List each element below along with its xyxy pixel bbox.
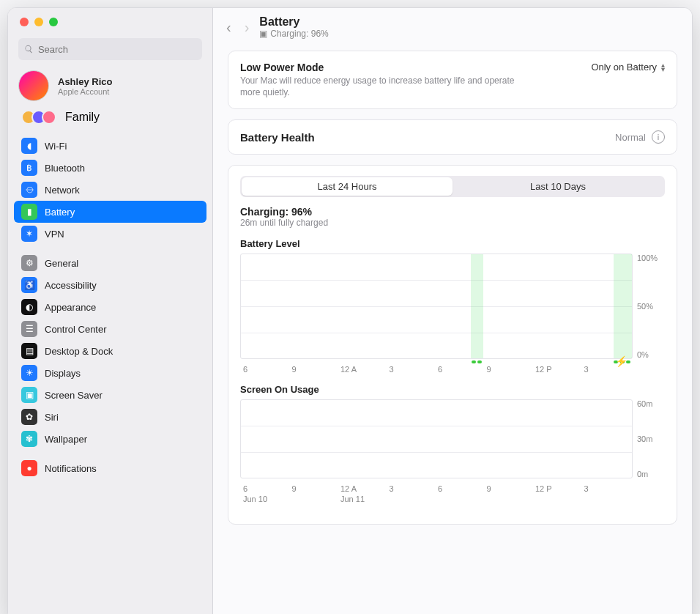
search-icon <box>24 44 34 54</box>
bh-label: Battery Health <box>240 131 315 144</box>
globe-icon: ⦵ <box>21 182 37 198</box>
sidebar-item-wi-fi[interactable]: ◖Wi-Fi <box>14 135 206 157</box>
sidebar-item-siri[interactable]: ✿Siri <box>14 406 206 428</box>
tab-last-10-days[interactable]: Last 10 Days <box>453 177 663 196</box>
lpm-title: Low Power Mode <box>240 62 533 73</box>
window-controls <box>8 8 212 31</box>
vpn-icon: ✶ <box>21 226 37 242</box>
battery-level-section: Battery Level ⚡ 100%50%0% 6912 A36912 P3 <box>240 238 665 374</box>
sidebar-item-displays[interactable]: ☀Displays <box>14 362 206 384</box>
bt-icon: ฿ <box>21 160 37 176</box>
sidebar-item-screen-saver[interactable]: ▣Screen Saver <box>14 384 206 406</box>
forward-button[interactable]: › <box>245 20 250 34</box>
charging-status: Charging: 96% <box>240 206 665 218</box>
sidebar-item-battery[interactable]: ▮Battery <box>14 201 206 223</box>
lpm-dropdown[interactable]: Only on Battery ▴▾ <box>591 62 665 73</box>
sidebar-item-accessibility[interactable]: ♿Accessibility <box>14 274 206 296</box>
main-pane: ‹ › Battery ▣ Charging: 96% Low Power Mo… <box>213 8 692 614</box>
appear-icon: ◐ <box>21 299 37 315</box>
sidebar-item-network[interactable]: ⦵Network <box>14 179 206 201</box>
lpm-desc: Your Mac will reduce energy usage to inc… <box>240 75 533 98</box>
header: ‹ › Battery ▣ Charging: 96% <box>213 8 692 51</box>
sidebar-item-bluetooth[interactable]: ฿Bluetooth <box>14 157 206 179</box>
battery-y-axis: 100%50%0% <box>633 254 665 359</box>
page-subtitle: ▣ Charging: 96% <box>259 29 328 39</box>
access-icon: ♿ <box>21 277 37 293</box>
screen-x-axis: 6912 A36912 P3 <box>240 478 665 493</box>
dock-icon: ▤ <box>21 343 37 359</box>
nav-arrows: ‹ › <box>226 20 249 34</box>
sidebar-item-notifications[interactable]: ●Notifications <box>14 457 206 479</box>
battery-icon: ▮ <box>21 204 37 220</box>
sidebar-item-label: General <box>45 258 78 269</box>
sidebar-item-wallpaper[interactable]: ✾Wallpaper <box>14 428 206 450</box>
sidebar-item-label: Siri <box>45 412 59 423</box>
sidebar-item-label: Screen Saver <box>45 390 103 401</box>
charging-eta: 26m until fully charged <box>240 218 665 228</box>
charging-bolt-icon: ⚡ <box>615 355 628 367</box>
sidebar-item-label: Desktop & Dock <box>45 346 113 357</box>
sidebar-item-desktop-dock[interactable]: ▤Desktop & Dock <box>14 340 206 362</box>
sidebar-item-vpn[interactable]: ✶VPN <box>14 223 206 245</box>
sidebar-item-label: Control Center <box>45 324 107 335</box>
family-avatars <box>21 110 56 125</box>
sidebar-nav: ◖Wi-Fi฿Bluetooth⦵Network▮Battery✶VPN⚙Gen… <box>8 132 212 482</box>
battery-glyph-icon: ▣ <box>259 29 267 39</box>
sidebar-item-label: Bluetooth <box>45 163 85 174</box>
account-sub: Apple Account <box>58 87 112 96</box>
info-icon[interactable]: i <box>652 130 665 144</box>
system-settings-window: Ashley Rico Apple Account Family ◖Wi-Fi฿… <box>7 7 693 614</box>
low-power-mode-card: Low Power Mode Your Mac will reduce ener… <box>228 51 677 109</box>
cc-icon: ☰ <box>21 321 37 337</box>
account-name: Ashley Rico <box>58 76 112 87</box>
screen-usage-section: Screen On Usage 60m30m0m 6912 A36912 P3 … <box>240 384 665 503</box>
wall-icon: ✾ <box>21 431 37 447</box>
sidebar: Ashley Rico Apple Account Family ◖Wi-Fi฿… <box>8 8 213 614</box>
sidebar-item-label: Accessibility <box>45 280 97 291</box>
avatar <box>18 70 49 101</box>
ss-icon: ▣ <box>21 387 37 403</box>
page-title: Battery <box>259 15 328 29</box>
time-range-segmented: Last 24 Hours Last 10 Days <box>240 176 665 197</box>
zoom-window-button[interactable] <box>49 18 58 26</box>
siri-icon: ✿ <box>21 409 37 425</box>
battery-level-title: Battery Level <box>240 238 665 249</box>
minimize-window-button[interactable] <box>34 18 43 26</box>
sidebar-item-label: Notifications <box>45 463 97 474</box>
usage-card: Last 24 Hours Last 10 Days Charging: 96%… <box>228 165 677 525</box>
sidebar-item-label: VPN <box>45 229 64 240</box>
search-input[interactable] <box>38 44 196 55</box>
sidebar-item-family[interactable]: Family <box>8 106 212 132</box>
battery-level-chart: ⚡ <box>240 254 633 359</box>
sidebar-item-label: Displays <box>45 368 81 379</box>
sidebar-item-label: Wallpaper <box>45 434 87 445</box>
screen-usage-chart <box>240 399 633 478</box>
search-field[interactable] <box>18 38 202 60</box>
sidebar-item-label: Battery <box>45 207 75 218</box>
sidebar-item-appearance[interactable]: ◐Appearance <box>14 296 206 318</box>
close-window-button[interactable] <box>20 18 29 26</box>
family-label: Family <box>65 111 100 124</box>
battery-health-card: Battery Health Normal i <box>228 119 677 155</box>
wifi-icon: ◖ <box>21 138 37 154</box>
lpm-value: Only on Battery <box>591 62 657 73</box>
gear-icon: ⚙ <box>21 255 37 271</box>
bh-value: Normal <box>615 132 646 143</box>
sidebar-account[interactable]: Ashley Rico Apple Account <box>8 66 212 106</box>
screen-y-axis: 60m30m0m <box>633 399 665 478</box>
tab-last-24-hours[interactable]: Last 24 Hours <box>242 177 453 196</box>
chevron-up-down-icon: ▴▾ <box>661 63 665 72</box>
display-icon: ☀ <box>21 365 37 381</box>
sidebar-item-control-center[interactable]: ☰Control Center <box>14 318 206 340</box>
sidebar-item-label: Wi-Fi <box>45 141 67 152</box>
screen-date-axis: Jun 10Jun 11 <box>240 493 665 503</box>
sidebar-item-general[interactable]: ⚙General <box>14 252 206 274</box>
back-button[interactable]: ‹ <box>226 20 231 34</box>
screen-usage-title: Screen On Usage <box>240 384 665 395</box>
sidebar-item-label: Appearance <box>45 302 96 313</box>
notif-icon: ● <box>21 460 37 476</box>
sidebar-item-label: Network <box>45 185 80 196</box>
